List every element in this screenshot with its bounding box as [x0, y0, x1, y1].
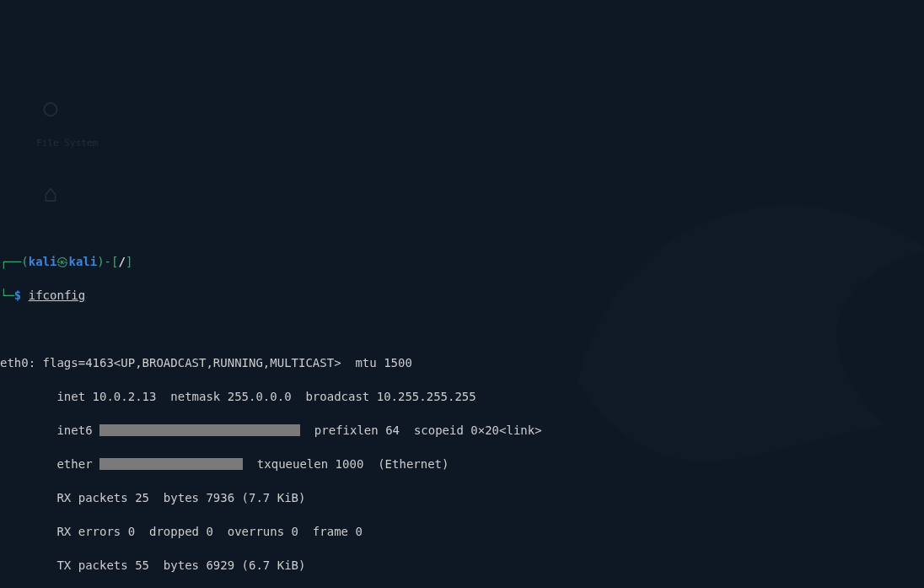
- redacted-ipv6: [99, 424, 300, 436]
- output-line: ether txqueuelen 1000 (Ethernet): [0, 456, 924, 472]
- output-line: inet 10.0.2.13 netmask 255.0.0.0 broadca…: [0, 388, 924, 405]
- prompt-line-1-top: ┌──(kali㉿kali)-[/]: [0, 253, 924, 270]
- output-line: inet6 prefixlen 64 scopeid 0×20<link>: [0, 422, 924, 439]
- home-icon: ⌂: [25, 186, 76, 202]
- terminal[interactable]: ┌──(kali㉿kali)-[/] └─$ ifconfig eth0: fl…: [0, 202, 924, 588]
- redacted-mac: [99, 458, 243, 470]
- output-line: TX packets 55 bytes 6929 (6.7 KiB): [0, 557, 924, 574]
- command-text: ifconfig: [29, 289, 85, 302]
- output-line: eth0: flags=4163<UP,BROADCAST,RUNNING,MU…: [0, 354, 924, 371]
- output-line: RX errors 0 dropped 0 overruns 0 frame 0: [0, 523, 924, 540]
- desktop-icon-filesystem: ○ File System: [25, 66, 76, 152]
- prompt-line-1-cmd[interactable]: └─$ ifconfig: [0, 287, 924, 304]
- folder-icon: ○: [25, 100, 76, 116]
- desktop-icon-label: File System: [36, 138, 98, 148]
- output-line: RX packets 25 bytes 7936 (7.7 KiB): [0, 489, 924, 506]
